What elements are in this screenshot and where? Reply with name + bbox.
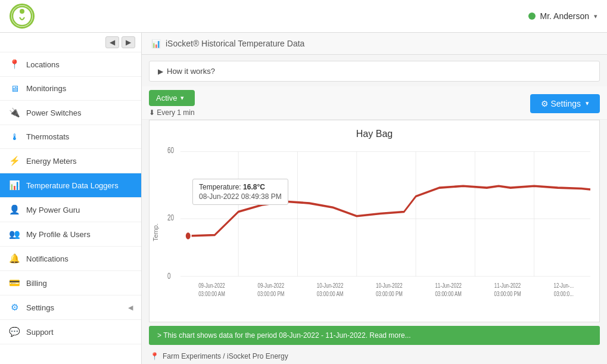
- logo-area: [10, 4, 35, 29]
- chart-inner: 60 20 0: [161, 143, 599, 322]
- sidebar-item-temperature-data-loggers[interactable]: 📊Temperature Data Loggers: [0, 173, 141, 198]
- sidebar: ◀ ▶ 📍Locations🖥Monitorings🔌Power Switche…: [0, 33, 142, 364]
- sidebar-item-billing[interactable]: 💳Billing: [0, 271, 141, 295]
- controls-left: Active ▾ ⬇ Every 1 min: [149, 90, 195, 117]
- settings-icon: ⚙: [8, 302, 20, 313]
- thermostats-icon: 🌡: [8, 132, 20, 142]
- svg-point-1: [20, 9, 24, 14]
- info-bar[interactable]: > This chart shows data for the period 0…: [149, 326, 600, 345]
- chart-title: Hay Bag: [150, 120, 599, 143]
- topbar: Mr. Anderson ▾: [0, 0, 607, 33]
- locations-icon: 📍: [8, 59, 20, 70]
- chart-y-label: Temp.: [150, 143, 161, 322]
- svg-text:03:00:0...: 03:00:0...: [554, 290, 574, 298]
- user-status-dot: [528, 13, 536, 20]
- sidebar-item-settings[interactable]: ⚙Settings◀: [0, 295, 141, 320]
- info-bar-text: > This chart shows data for the period 0…: [157, 331, 411, 340]
- sidebar-item-monitorings[interactable]: 🖥Monitorings: [0, 77, 141, 101]
- active-label: Active: [156, 94, 177, 102]
- main-area: ◀ ▶ 📍Locations🖥Monitorings🔌Power Switche…: [0, 33, 607, 364]
- chart-area: Hay Bag Temp. 60 20 0: [149, 120, 600, 322]
- svg-text:60: 60: [167, 146, 174, 155]
- energy-meters-label: Energy Meters: [26, 157, 133, 166]
- active-dropdown-button[interactable]: Active ▾: [149, 90, 195, 106]
- svg-text:03:00:00 PM: 03:00:00 PM: [376, 290, 403, 298]
- sidebar-item-energy-meters[interactable]: ⚡Energy Meters: [0, 149, 141, 173]
- support-icon: 💬: [8, 326, 20, 337]
- svg-text:09-Jun-2022: 09-Jun-2022: [257, 281, 284, 289]
- how-it-works-bar[interactable]: ▶ How it works?: [149, 61, 600, 82]
- settings-chevron: ◀: [128, 304, 133, 312]
- svg-text:09-Jun-2022: 09-Jun-2022: [198, 281, 225, 289]
- how-it-works-text: How it works?: [167, 67, 215, 76]
- notifications-icon: 🔔: [8, 253, 20, 264]
- sidebar-item-thermostats[interactable]: 🌡Thermostats: [0, 125, 141, 149]
- svg-text:03:00:00 AM: 03:00:00 AM: [198, 290, 225, 298]
- every-interval-label: ⬇ Every 1 min: [149, 108, 195, 117]
- settings-label: Settings: [26, 303, 122, 312]
- svg-text:11-Jun-2022: 11-Jun-2022: [435, 281, 462, 289]
- notifications-label: Notifications: [26, 254, 133, 263]
- settings-label: ⚙ Settings: [541, 99, 581, 108]
- my-profile-users-icon: 👥: [8, 229, 20, 239]
- location-icon: 📍: [150, 352, 159, 360]
- svg-point-14: [185, 232, 191, 240]
- billing-icon: 💳: [8, 278, 20, 288]
- my-power-guru-label: My Power Guru: [26, 206, 133, 214]
- content-area: 📊 iSocket® Historical Temperature Data ▶…: [142, 33, 607, 364]
- sidebar-item-support[interactable]: 💬Support: [0, 320, 141, 344]
- active-chevron: ▾: [180, 94, 184, 102]
- my-profile-users-label: My Profile & Users: [26, 230, 133, 239]
- svg-text:11-Jun-2022: 11-Jun-2022: [494, 281, 521, 289]
- power-switches-label: Power Switches: [26, 108, 133, 117]
- svg-text:03:00:00 PM: 03:00:00 PM: [257, 290, 284, 298]
- user-area[interactable]: Mr. Anderson ▾: [528, 11, 598, 21]
- temperature-data-loggers-icon: 📊: [8, 180, 20, 191]
- user-name: Mr. Anderson: [540, 11, 590, 21]
- how-it-works-chevron: ▶: [158, 67, 163, 76]
- svg-text:10-Jun-2022: 10-Jun-2022: [317, 281, 344, 289]
- svg-text:12-Jun-...: 12-Jun-...: [554, 281, 574, 289]
- chart-container: Temp. 60 20 0: [150, 143, 599, 322]
- sidebar-item-my-power-guru[interactable]: 👤My Power Guru: [0, 198, 141, 222]
- content-header-icon: 📊: [151, 39, 161, 48]
- svg-text:03:00:00 AM: 03:00:00 AM: [317, 290, 344, 298]
- locations-label: Locations: [26, 60, 133, 69]
- sidebar-item-power-switches[interactable]: 🔌Power Switches: [0, 101, 141, 125]
- footer-location: 📍 Farm Experiments / iSocket Pro Energy: [142, 349, 607, 364]
- content-header-title: iSocket® Historical Temperature Data: [166, 39, 304, 48]
- controls-row: Active ▾ ⬇ Every 1 min ⚙ Settings ▾: [142, 86, 607, 120]
- app-logo: [10, 4, 35, 29]
- sidebar-item-notifications[interactable]: 🔔Notifications: [0, 247, 141, 271]
- sidebar-items-container: 📍Locations🖥Monitorings🔌Power Switches🌡Th…: [0, 52, 141, 344]
- temperature-data-loggers-label: Temperature Data Loggers: [26, 181, 133, 190]
- svg-text:03:00:00 AM: 03:00:00 AM: [435, 290, 462, 298]
- footer-location-text: Farm Experiments / iSocket Pro Energy: [163, 352, 288, 360]
- monitorings-icon: 🖥: [8, 83, 20, 94]
- svg-text:03:00:00 PM: 03:00:00 PM: [494, 290, 521, 298]
- energy-meters-icon: ⚡: [8, 155, 20, 166]
- svg-text:0: 0: [167, 271, 171, 281]
- support-label: Support: [26, 328, 133, 337]
- svg-text:20: 20: [167, 213, 174, 222]
- sidebar-nav-arrows: ◀ ▶: [0, 33, 141, 52]
- svg-text:10-Jun-2022: 10-Jun-2022: [376, 281, 403, 289]
- monitorings-label: Monitorings: [26, 84, 133, 93]
- my-power-guru-icon: 👤: [8, 204, 20, 215]
- sidebar-item-locations[interactable]: 📍Locations: [0, 52, 141, 77]
- settings-chevron: ▾: [586, 99, 589, 107]
- content-header: 📊 iSocket® Historical Temperature Data: [142, 33, 607, 55]
- thermostats-label: Thermostats: [26, 132, 133, 141]
- chart-svg: 60 20 0: [167, 143, 593, 298]
- nav-back-button[interactable]: ◀: [105, 36, 119, 48]
- user-menu-chevron: ▾: [594, 13, 597, 20]
- power-switches-icon: 🔌: [8, 107, 20, 118]
- nav-forward-button[interactable]: ▶: [122, 36, 135, 48]
- billing-label: Billing: [26, 279, 133, 288]
- settings-button[interactable]: ⚙ Settings ▾: [530, 94, 600, 113]
- sidebar-item-my-profile-users[interactable]: 👥My Profile & Users: [0, 222, 141, 247]
